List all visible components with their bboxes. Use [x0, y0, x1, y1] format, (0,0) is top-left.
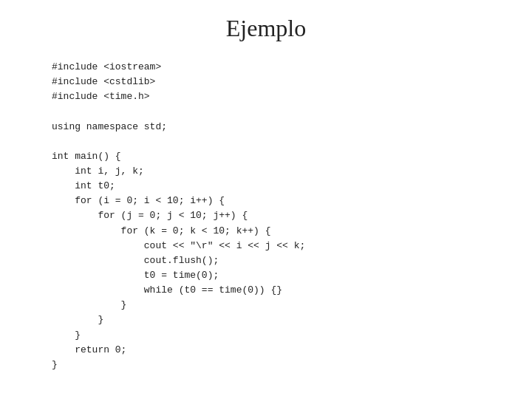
slide-title: Ejemplo [30, 15, 502, 42]
code-block: #include <iostream> #include <cstdlib> #… [30, 60, 502, 372]
slide: Ejemplo #include <iostream> #include <cs… [0, 0, 532, 399]
